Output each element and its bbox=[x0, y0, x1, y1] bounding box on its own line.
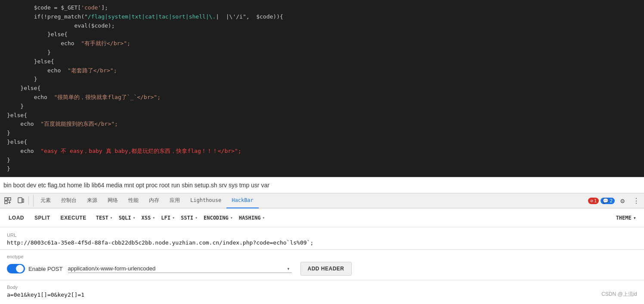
url-label: URL bbox=[7, 233, 637, 238]
ssti-label: SSTI bbox=[181, 215, 193, 221]
encoding-arrow-icon: ▾ bbox=[230, 215, 233, 220]
test-arrow-icon: ▾ bbox=[110, 215, 113, 220]
enctype-label: enctype bbox=[7, 254, 24, 259]
ssti-dropdown[interactable]: SSTI ▾ bbox=[176, 212, 199, 223]
post-row: Enable POST application/x-www-form-urlen… bbox=[7, 262, 637, 276]
enctype-select[interactable]: application/x-www-form-urlencoded multip… bbox=[68, 264, 292, 273]
body-label: Body bbox=[7, 285, 84, 290]
add-header-button[interactable]: ADD HEADER bbox=[300, 262, 352, 276]
xss-label: XSS bbox=[142, 215, 151, 221]
hackbar-right: THEME ▾ bbox=[612, 212, 641, 223]
code-line-11: echo "很简单的，很快就拿flag了`_`</br>"; bbox=[0, 93, 644, 102]
lfi-arrow-icon: ▾ bbox=[172, 215, 175, 220]
svg-rect-2 bbox=[8, 198, 11, 200]
message-count: 2 bbox=[610, 198, 613, 204]
svg-rect-3 bbox=[18, 198, 22, 203]
tab-application[interactable]: 应用 bbox=[164, 193, 185, 208]
tab-sources[interactable]: 来源 bbox=[82, 193, 102, 208]
code-line-18: } bbox=[0, 156, 644, 165]
message-icon: 💬 bbox=[603, 198, 609, 204]
tab-hackbar[interactable]: HackBar bbox=[226, 193, 259, 208]
tab-console[interactable]: 控制台 bbox=[56, 193, 82, 208]
code-line-13: }else{ bbox=[0, 111, 644, 120]
hashing-label: HASHING bbox=[239, 215, 261, 221]
devtools-nav-icons bbox=[2, 195, 34, 207]
code-line-7: }else{ bbox=[0, 57, 644, 66]
encoding-label: ENCODING bbox=[204, 215, 229, 221]
execute-button[interactable]: EXECUTE bbox=[56, 212, 92, 223]
url-section: URL http://8003c61a-35e8-4f5d-88fa-cbb22… bbox=[0, 227, 644, 250]
code-line-6: } bbox=[0, 48, 644, 57]
devtools-tabs: 元素 控制台 来源 网络 性能 内存 应用 Lighthouse HackBar bbox=[35, 193, 588, 208]
tab-memory[interactable]: 内存 bbox=[144, 193, 164, 208]
hashing-dropdown[interactable]: HASHING ▾ bbox=[235, 212, 267, 223]
test-dropdown[interactable]: TEST ▾ bbox=[92, 212, 115, 223]
svg-rect-1 bbox=[5, 201, 7, 204]
code-line-10: }else{ bbox=[0, 84, 644, 93]
ssti-arrow-icon: ▾ bbox=[195, 215, 198, 220]
code-line-9: } bbox=[0, 75, 644, 84]
code-line-14: echo "百度就能搜到的东西</br>"; bbox=[0, 120, 644, 129]
code-line-1: $code = $_GET['code']; bbox=[0, 3, 644, 12]
body-section: Body a=0e1&key1[]=0&key2[]=1 CSDN @上流id bbox=[0, 280, 644, 302]
code-line-16: }else{ bbox=[0, 138, 644, 147]
body-value[interactable]: a=0e1&key1[]=0&key2[]=1 bbox=[7, 292, 84, 298]
code-line-17: echo "easy 不 easy，baby 真 baby,都是玩烂的东西，快拿… bbox=[0, 147, 644, 156]
tab-lighthouse[interactable]: Lighthouse bbox=[185, 193, 226, 208]
split-button[interactable]: SPLIT bbox=[29, 212, 56, 223]
url-value[interactable]: http://8003c61a-35e8-4f5d-88fa-cbb22db5c… bbox=[7, 239, 637, 246]
code-line-12: } bbox=[0, 102, 644, 111]
code-area: $code = $_GET['code']; if(!preg_match("/… bbox=[0, 0, 644, 177]
body-content: Body a=0e1&key1[]=0&key2[]=1 bbox=[7, 285, 84, 298]
tab-elements[interactable]: 元素 bbox=[35, 193, 56, 208]
output-line: bin boot dev etc flag.txt home lib lib64… bbox=[0, 177, 644, 193]
enctype-select-wrapper: application/x-www-form-urlencoded multip… bbox=[68, 264, 292, 273]
post-section: enctype Enable POST application/x-www-fo… bbox=[0, 250, 644, 280]
svg-rect-0 bbox=[5, 198, 7, 200]
lfi-dropdown[interactable]: LFI ▾ bbox=[157, 212, 176, 223]
lfi-label: LFI bbox=[161, 215, 170, 221]
load-button[interactable]: LOAD bbox=[3, 212, 29, 223]
enable-post-label: Enable POST bbox=[28, 266, 63, 272]
hackbar-toolbar: LOAD SPLIT EXECUTE TEST ▾ SQLI ▾ XSS ▾ L… bbox=[0, 208, 644, 227]
more-options-icon[interactable]: ⋮ bbox=[630, 195, 642, 207]
watermark: CSDN @上流id bbox=[601, 291, 637, 298]
settings-icon[interactable]: ⚙ bbox=[616, 195, 629, 207]
sqli-arrow-icon: ▾ bbox=[133, 215, 136, 220]
code-line-5: echo "有手就行</br>"; bbox=[0, 39, 644, 48]
error-icon: ⊘ bbox=[590, 198, 593, 204]
message-badge: 💬 2 bbox=[601, 198, 615, 204]
tab-network[interactable]: 网络 bbox=[102, 193, 123, 208]
code-line-8: echo "老套路了</br>"; bbox=[0, 66, 644, 75]
sqli-label: SQLI bbox=[119, 215, 131, 221]
tab-performance[interactable]: 性能 bbox=[123, 193, 144, 208]
error-badge: ⊘ 1 bbox=[588, 198, 599, 204]
nav-divider bbox=[28, 196, 29, 205]
devtools-nav-right: ⊘ 1 💬 2 ⚙ ⋮ bbox=[588, 195, 642, 207]
test-label: TEST bbox=[96, 215, 108, 221]
theme-arrow-icon: ▾ bbox=[633, 215, 636, 221]
theme-dropdown[interactable]: THEME ▾ bbox=[612, 212, 641, 223]
code-line-2: if(!preg_match("/flag|system|txt|cat|tac… bbox=[0, 12, 644, 22]
sqli-dropdown[interactable]: SQLI ▾ bbox=[115, 212, 137, 223]
code-line-3: eval($code); bbox=[0, 22, 644, 31]
toggle-wrapper: Enable POST bbox=[7, 264, 63, 273]
code-line-4: }else{ bbox=[0, 30, 644, 39]
inspect-icon[interactable] bbox=[2, 195, 14, 207]
theme-label: THEME bbox=[616, 215, 632, 221]
svg-rect-4 bbox=[22, 199, 24, 202]
xss-dropdown[interactable]: XSS ▾ bbox=[137, 212, 157, 223]
output-text: bin boot dev etc flag.txt home lib lib64… bbox=[3, 182, 269, 189]
error-count: 1 bbox=[594, 198, 597, 204]
enable-post-toggle[interactable] bbox=[7, 264, 25, 273]
xss-arrow-icon: ▾ bbox=[152, 215, 155, 220]
hashing-arrow-icon: ▾ bbox=[262, 215, 265, 220]
devtools-nav: 元素 控制台 来源 网络 性能 内存 应用 Lighthouse HackBar… bbox=[0, 193, 644, 208]
device-icon[interactable] bbox=[15, 195, 27, 207]
code-line-19: } bbox=[0, 164, 644, 174]
code-line-15: } bbox=[0, 129, 644, 138]
encoding-dropdown[interactable]: ENCODING ▾ bbox=[199, 212, 235, 223]
